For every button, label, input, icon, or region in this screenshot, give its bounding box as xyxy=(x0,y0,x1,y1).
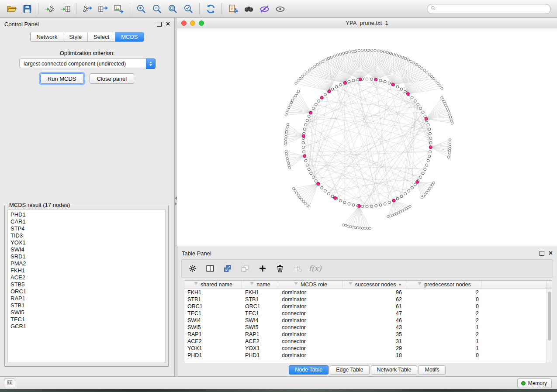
column-header-successor-nodes[interactable]: successor nodes ▼ xyxy=(343,281,407,289)
mcds-node-item[interactable]: TEC1 xyxy=(8,316,165,323)
mcds-result-list[interactable]: PHD1CAR1STP4TID3YOX1SWI4SRD1PMA2FKH1ACE2… xyxy=(7,210,166,362)
mcds-node-item[interactable]: STP4 xyxy=(8,225,165,232)
close-table-panel-icon[interactable]: × xyxy=(549,251,553,256)
node-table: shared name name MCDS role successor nod… xyxy=(184,280,552,363)
tab-select[interactable]: Select xyxy=(87,32,115,41)
maximize-window-icon[interactable] xyxy=(199,21,204,26)
close-panel-button[interactable]: Close panel xyxy=(90,73,135,84)
export-network-button[interactable] xyxy=(80,2,95,16)
mcds-node-item[interactable]: ACE2 xyxy=(8,274,165,281)
open-session-button[interactable] xyxy=(3,2,19,16)
column-header-mcds-role[interactable]: MCDS role xyxy=(278,281,343,289)
float-table-panel-icon[interactable] xyxy=(540,251,544,256)
search-box[interactable] xyxy=(427,4,551,14)
table-row[interactable]: RAP1RAP1dominator352 xyxy=(184,331,552,338)
mcds-node-item[interactable]: SWI4 xyxy=(8,246,165,253)
tab-edge-table[interactable]: Edge Table xyxy=(330,365,369,375)
tab-network[interactable]: Network xyxy=(31,32,63,41)
application-window: Control Panel × Network Style Select MCD… xyxy=(0,0,557,392)
tab-node-table[interactable]: Node Table xyxy=(289,365,329,375)
mcds-node-item[interactable]: GCR1 xyxy=(8,323,165,330)
column-settings-button[interactable] xyxy=(185,261,200,275)
float-panel-icon[interactable] xyxy=(157,22,162,27)
column-header-shared-name[interactable]: shared name xyxy=(184,281,242,289)
save-session-button[interactable] xyxy=(19,2,35,16)
mcds-node-item[interactable]: YOX1 xyxy=(8,239,165,246)
delete-columns-button[interactable] xyxy=(273,261,287,275)
close-window-icon[interactable] xyxy=(181,21,187,26)
split-panel-icon xyxy=(205,264,215,273)
show-graphics-details-button[interactable] xyxy=(272,2,288,16)
table-row[interactable]: FKH1FKH1dominator962 xyxy=(184,289,552,296)
mcds-node-item[interactable]: STB5 xyxy=(8,281,165,288)
delete-columns-icon xyxy=(275,264,285,273)
mcds-node-item[interactable]: STB1 xyxy=(8,302,165,309)
collapse-left-icon[interactable] xyxy=(175,196,177,200)
memory-button[interactable]: Memory xyxy=(517,378,552,388)
column-label: successor nodes xyxy=(355,282,396,288)
visual-styles-icon xyxy=(259,3,270,14)
mcds-node-item[interactable]: PHD1 xyxy=(8,211,165,218)
expand-right-icon[interactable] xyxy=(175,202,177,206)
search-network-button[interactable] xyxy=(241,2,256,16)
refresh-network-button[interactable] xyxy=(203,2,218,16)
function-builder-button[interactable]: f(x) xyxy=(308,261,322,275)
network-canvas[interactable] xyxy=(177,28,557,247)
tab-motifs[interactable]: Motifs xyxy=(419,365,445,375)
table-cell: ORC1 xyxy=(184,303,242,309)
zoom-in-button[interactable] xyxy=(133,2,149,16)
zoom-fit-button[interactable] xyxy=(165,2,180,16)
table-row[interactable]: ORC1ORC1dominator610 xyxy=(184,303,552,310)
hide-columns-button[interactable] xyxy=(290,261,305,275)
mcds-node-item[interactable]: ORC1 xyxy=(8,288,165,295)
scrollbar-thumb[interactable] xyxy=(548,292,551,340)
mcds-node-item[interactable]: FKH1 xyxy=(8,267,165,274)
toolbar-separator xyxy=(38,3,38,14)
create-column-button[interactable] xyxy=(255,261,270,275)
close-panel-icon[interactable]: × xyxy=(166,21,170,27)
tab-style[interactable]: Style xyxy=(63,32,87,41)
table-cell: 18 xyxy=(343,352,407,358)
memory-status-icon xyxy=(521,381,526,385)
table-row[interactable]: SWI4SWI4dominator462 xyxy=(184,317,552,324)
minimize-window-icon[interactable] xyxy=(190,21,195,26)
tab-mcds[interactable]: MCDS xyxy=(115,32,143,41)
table-cell: 29 xyxy=(343,345,407,351)
table-row[interactable]: YOX1YOX1connector291 xyxy=(184,345,552,352)
column-header-predecessor-nodes[interactable]: predecessor nodes xyxy=(407,281,481,289)
mcds-node-item[interactable]: RAP1 xyxy=(8,295,165,302)
export-image-button[interactable] xyxy=(111,2,127,16)
visual-styles-button[interactable] xyxy=(256,2,272,16)
zoom-selected-button[interactable] xyxy=(180,2,196,16)
table-row[interactable]: STB1STB1dominator620 xyxy=(184,296,552,303)
column-header-name[interactable]: name xyxy=(242,281,278,289)
select-all-rows-button[interactable] xyxy=(220,261,235,275)
tab-network-table[interactable]: Network Table xyxy=(371,365,418,375)
task-history-button[interactable] xyxy=(4,378,15,388)
mcds-node-item[interactable]: PMA2 xyxy=(8,260,165,267)
mcds-node-item[interactable]: SWI5 xyxy=(8,309,165,316)
clone-network-icon xyxy=(228,3,239,14)
export-table-button[interactable] xyxy=(95,2,111,16)
clone-network-button[interactable] xyxy=(225,2,241,16)
search-input[interactable] xyxy=(436,4,550,14)
run-mcds-button[interactable]: Run MCDS xyxy=(40,73,84,84)
mcds-node-item[interactable]: SRD1 xyxy=(8,253,165,260)
table-scrollbar[interactable] xyxy=(547,289,552,363)
deselect-all-rows-button[interactable] xyxy=(238,261,253,275)
import-network-button[interactable] xyxy=(42,2,57,16)
table-row[interactable]: TEC1TEC1connector472 xyxy=(184,310,552,317)
network-view[interactable] xyxy=(177,28,557,247)
mcds-node-item[interactable]: CAR1 xyxy=(8,218,165,225)
import-table-button[interactable] xyxy=(57,2,73,16)
table-row[interactable]: ACE2ACE2connector311 xyxy=(184,338,552,345)
table-row[interactable]: SWI5SWI5connector431 xyxy=(184,324,552,331)
zoom-in-icon xyxy=(136,3,147,14)
control-panel-header: Control Panel × xyxy=(0,18,174,30)
split-panel-button[interactable] xyxy=(203,261,218,275)
optimization-criterion-label: Optimization criterion: xyxy=(0,50,174,56)
mcds-node-item[interactable]: TID3 xyxy=(8,232,165,239)
table-row[interactable]: PHD1PHD1dominator180 xyxy=(184,352,552,359)
criterion-dropdown[interactable]: largest connected component (undirected) xyxy=(19,58,156,68)
zoom-out-button[interactable] xyxy=(149,2,165,16)
